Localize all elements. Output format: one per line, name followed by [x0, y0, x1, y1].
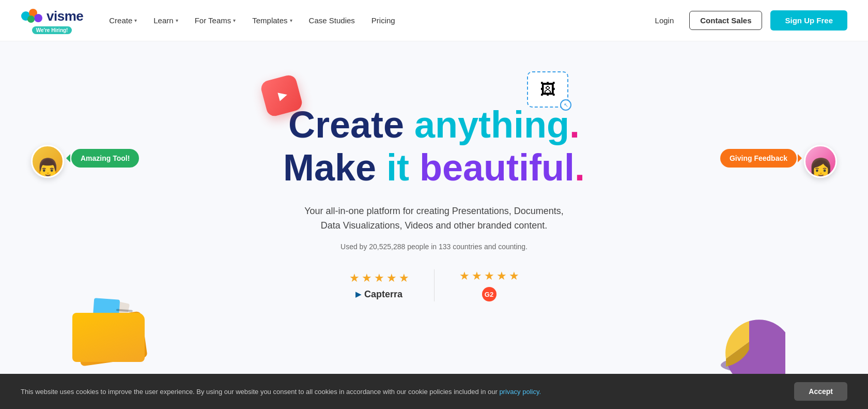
image-icon: 🖼 [540, 81, 555, 98]
float-amazing-tool: 👨 Amazing Tool! [31, 145, 139, 178]
pie-chart-decoration [713, 319, 785, 375]
templates-chevron-icon: ▾ [290, 18, 292, 23]
capterra-stars: ★ ★ ★ ★ ★ [349, 271, 409, 285]
for-teams-chevron-icon: ▾ [233, 18, 236, 23]
folder-front [72, 313, 145, 362]
avatar-female: 👩 [804, 145, 837, 178]
float-pie-chart [713, 319, 785, 377]
nav-case-studies[interactable]: Case Studies [302, 12, 362, 29]
float-giving-feedback: 👩 Giving Feedback [720, 145, 837, 178]
nav-for-teams[interactable]: For Teams ▾ [188, 12, 243, 29]
float-image-icon: 🖼 ↖ [527, 71, 568, 108]
capterra-arrow-icon: ▶ [355, 290, 361, 298]
hero-section: ▶ 🖼 ↖ 👨 Amazing Tool! 👩 Giving Feedback … [0, 41, 868, 408]
nav-templates[interactable]: Templates ▾ [245, 12, 299, 29]
contact-sales-button[interactable]: Contact Sales [689, 11, 762, 30]
logo[interactable]: visme [21, 7, 83, 25]
capterra-rating: ★ ★ ★ ★ ★ ▶ Capterra [324, 271, 434, 300]
svg-point-2 [34, 14, 42, 22]
svg-point-3 [27, 16, 35, 23]
hero-subtitle: Your all-in-one platform for creating Pr… [295, 204, 574, 234]
learn-chevron-icon: ▾ [176, 18, 178, 23]
hero-line2: Make it beautiful. [283, 146, 585, 189]
create-chevron-icon: ▾ [134, 18, 137, 23]
g2-logo: G2 [482, 287, 497, 301]
amazing-tool-bubble: Amazing Tool! [71, 149, 139, 168]
folder-doc-2 [92, 298, 120, 333]
nav-right: Login Contact Sales Sign Up Free [648, 10, 847, 31]
hero-title: Create anything. Make it beautiful. [283, 103, 585, 189]
hero-word-anything: anything [414, 104, 569, 145]
navbar: visme We're Hiring! Create ▾ Learn ▾ For… [0, 0, 868, 41]
nav-pricing[interactable]: Pricing [364, 12, 402, 29]
signup-button[interactable]: Sign Up Free [770, 10, 847, 31]
visme-logo-icon [21, 7, 43, 25]
nav-create[interactable]: Create ▾ [102, 12, 144, 29]
hero-word-create: Create [288, 104, 414, 145]
hero-word-make: Make [283, 147, 386, 188]
cookie-text: This website uses cookies to improve the… [21, 388, 541, 396]
float-folder-3d [72, 295, 150, 362]
capterra-label: Capterra [364, 289, 402, 300]
giving-feedback-bubble: Giving Feedback [720, 149, 797, 168]
folder-doc-1 [98, 299, 130, 337]
g2-rating: ★ ★ ★ ★ ★ G2 [434, 269, 544, 301]
g2-stars: ★ ★ ★ ★ ★ [459, 269, 519, 283]
login-button[interactable]: Login [648, 12, 681, 29]
svg-point-5 [721, 340, 778, 354]
avatar-male: 👨 [31, 145, 64, 178]
hiring-badge: We're Hiring! [32, 26, 72, 34]
hero-word-beautiful: beautiful [420, 147, 575, 188]
svg-point-4 [721, 358, 778, 372]
cookie-banner: This website uses cookies to improve the… [0, 374, 868, 409]
hero-word-it: it [386, 147, 420, 188]
logo-area: visme We're Hiring! [21, 7, 83, 34]
logo-text: visme [47, 8, 83, 24]
nav-links: Create ▾ Learn ▾ For Teams ▾ Templates ▾… [102, 12, 647, 29]
g2-circle-icon: G2 [482, 287, 497, 301]
ratings-row: ★ ★ ★ ★ ★ ▶ Capterra ★ ★ ★ ★ ★ G2 [324, 269, 544, 301]
capterra-logo: ▶ Capterra [355, 289, 402, 300]
cookie-accept-button[interactable]: Accept [794, 382, 847, 401]
folder-decoration [72, 295, 150, 362]
privacy-policy-link[interactable]: privacy policy. [499, 388, 541, 396]
nav-learn[interactable]: Learn ▾ [146, 12, 185, 29]
play-icon: ▶ [276, 88, 288, 103]
folder-back [74, 311, 147, 366]
hero-line1: Create anything. [283, 103, 585, 146]
hero-stats: Used by 20,525,288 people in 133 countri… [340, 243, 528, 251]
